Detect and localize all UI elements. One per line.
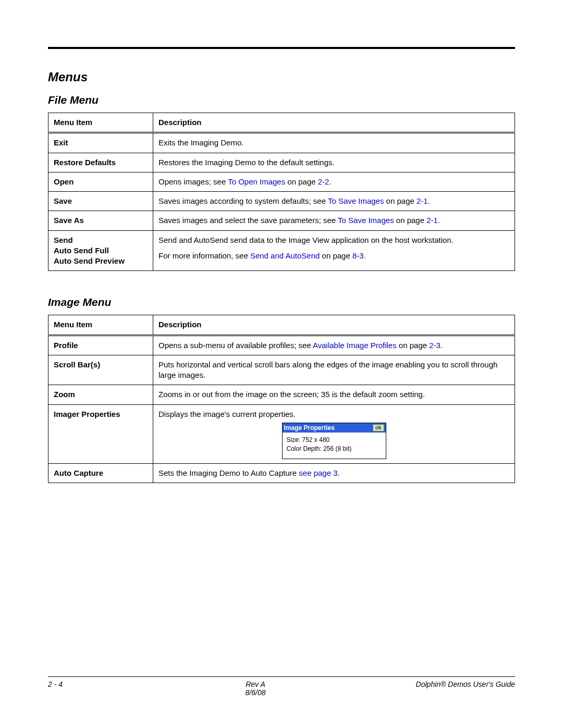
- page-ref[interactable]: 2-1: [426, 216, 438, 225]
- dialog-titlebar: Image Properties ok: [283, 423, 386, 433]
- text: on page: [285, 177, 318, 186]
- menu-item: Imager Properties: [48, 404, 153, 463]
- menu-desc: Sets the Imaging Demo to Auto Capture se…: [153, 463, 515, 483]
- image-menu-table: Menu Item Description Profile Opens a su…: [48, 315, 515, 483]
- xref-link[interactable]: To Open Images: [228, 177, 285, 186]
- menu-item: Auto Capture: [48, 463, 153, 483]
- table-row: Exit Exits the Imaging Demo.: [48, 133, 515, 153]
- menu-item: Open: [48, 172, 153, 191]
- table-row: Auto Capture Sets the Imaging Demo to Au…: [48, 463, 515, 483]
- table-row: Restore Defaults Restores the Imaging De…: [48, 153, 515, 172]
- dialog-color-depth: Color Depth: 256 (8 bit): [287, 445, 382, 453]
- text: .: [329, 177, 331, 186]
- footer-page: 2 - 4: [48, 680, 126, 697]
- page-ref[interactable]: 8-3: [352, 251, 364, 260]
- page-ref[interactable]: 3: [333, 468, 337, 477]
- page-ref[interactable]: 2-2: [318, 177, 329, 186]
- menu-desc: Zooms in or out from the image on the sc…: [153, 385, 515, 404]
- menu-item: Save: [48, 192, 153, 211]
- menu-item: Save As: [48, 211, 153, 230]
- text: Sets the Imaging Demo to Auto Capture: [158, 468, 299, 477]
- menu-item: Restore Defaults: [48, 153, 153, 172]
- image-properties-dialog: Image Properties ok Size: 752 x 480 Colo…: [282, 423, 386, 459]
- menu-desc: Saves images and select the save paramet…: [153, 211, 515, 230]
- dialog-body: Size: 752 x 480 Color Depth: 256 (8 bit): [283, 433, 386, 459]
- text: on page: [394, 216, 427, 225]
- page-ref[interactable]: 2-3: [429, 341, 440, 350]
- text: Displays the image's current properties.: [158, 409, 509, 419]
- menu-item: Exit: [48, 133, 153, 153]
- ok-button[interactable]: ok: [373, 424, 384, 431]
- section-heading: Menus: [48, 70, 515, 84]
- text: Saves images according to system default…: [158, 196, 328, 205]
- menu-item: Zoom: [48, 385, 153, 404]
- menu-desc: Restores the Imaging Demo to the default…: [153, 153, 515, 172]
- xref-link[interactable]: To Save Images: [328, 196, 384, 205]
- table-row: Zoom Zooms in or out from the image on t…: [48, 385, 515, 404]
- menu-desc: Saves images according to system default…: [153, 192, 515, 211]
- menu-item: Send Auto Send Full Auto Send Preview: [48, 230, 153, 271]
- image-menu-heading: Image Menu: [48, 296, 515, 309]
- xref-link[interactable]: see page: [299, 468, 333, 477]
- menu-desc: Exits the Imaging Demo.: [153, 133, 515, 153]
- table-row: Profile Opens a sub-menu of available pr…: [48, 335, 515, 355]
- text: For more information, see: [158, 251, 250, 260]
- text: .: [440, 341, 443, 350]
- table-row: Scroll Bar(s) Puts horizontal and vertic…: [48, 355, 515, 385]
- text: on page: [397, 341, 430, 350]
- page-ref[interactable]: 2-1: [417, 196, 428, 205]
- menu-desc: Puts horizontal and vertical scroll bars…: [153, 355, 515, 385]
- dialog-size: Size: 752 x 480: [287, 436, 382, 445]
- text: .: [338, 468, 340, 477]
- menu-item-line: Send: [54, 236, 73, 244]
- file-menu-heading: File Menu: [48, 94, 515, 106]
- text: Send and AutoSend send data to the Image…: [158, 235, 509, 245]
- xref-link[interactable]: To Save Images: [338, 216, 394, 225]
- top-rule: [48, 47, 515, 49]
- footer-date: 8/6/08: [126, 688, 385, 697]
- col-description: Description: [153, 315, 515, 335]
- menu-desc: Opens a sub-menu of available profiles; …: [153, 335, 515, 355]
- table-row: Save Saves images according to system de…: [48, 192, 515, 211]
- menu-desc: Send and AutoSend send data to the Image…: [153, 230, 515, 271]
- text: .: [438, 216, 440, 225]
- menu-item: Profile: [48, 335, 153, 355]
- text: Opens a sub-menu of available profiles; …: [158, 341, 313, 350]
- col-menu-item: Menu Item: [48, 113, 153, 133]
- text: .: [428, 196, 430, 205]
- menu-item-line: Auto Send Full: [54, 246, 109, 255]
- text: on page: [320, 251, 352, 260]
- text: .: [364, 251, 366, 260]
- menu-desc: Displays the image's current properties.…: [153, 404, 515, 463]
- text: Saves images and select the save paramet…: [158, 216, 338, 225]
- col-menu-item: Menu Item: [48, 315, 153, 335]
- xref-link[interactable]: Available Image Profiles: [313, 341, 397, 350]
- menu-item: Scroll Bar(s): [48, 355, 153, 385]
- text: Opens images; see: [158, 177, 228, 186]
- text: on page: [384, 196, 417, 205]
- col-description: Description: [153, 113, 515, 133]
- table-row: Save As Saves images and select the save…: [48, 211, 515, 230]
- table-row: Send Auto Send Full Auto Send Preview Se…: [48, 230, 515, 271]
- menu-desc: Opens images; see To Open Images on page…: [153, 172, 515, 191]
- dialog-title: Image Properties: [284, 424, 335, 432]
- file-menu-table: Menu Item Description Exit Exits the Ima…: [48, 113, 515, 271]
- footer-rev: Rev A: [126, 680, 385, 688]
- page-footer: 2 - 4 Rev A 8/6/08 Dolphin® Demos User's…: [48, 676, 515, 697]
- footer-guide: Dolphin® Demos User's Guide: [385, 680, 515, 697]
- menu-item-line: Auto Send Preview: [54, 256, 125, 265]
- table-row: Open Opens images; see To Open Images on…: [48, 172, 515, 191]
- xref-link[interactable]: Send and AutoSend: [250, 251, 320, 260]
- table-row: Imager Properties Displays the image's c…: [48, 404, 515, 463]
